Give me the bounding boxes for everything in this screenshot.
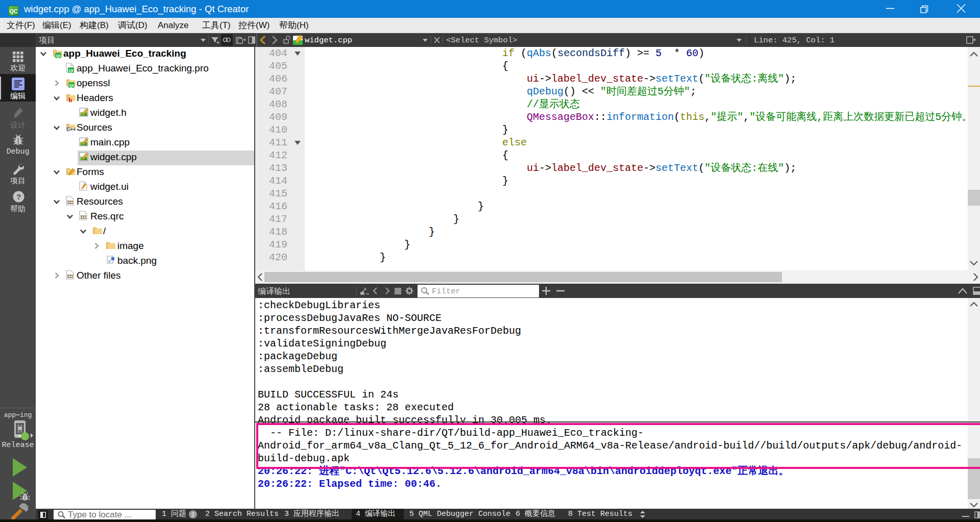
svg-text:?: ? <box>16 192 21 201</box>
